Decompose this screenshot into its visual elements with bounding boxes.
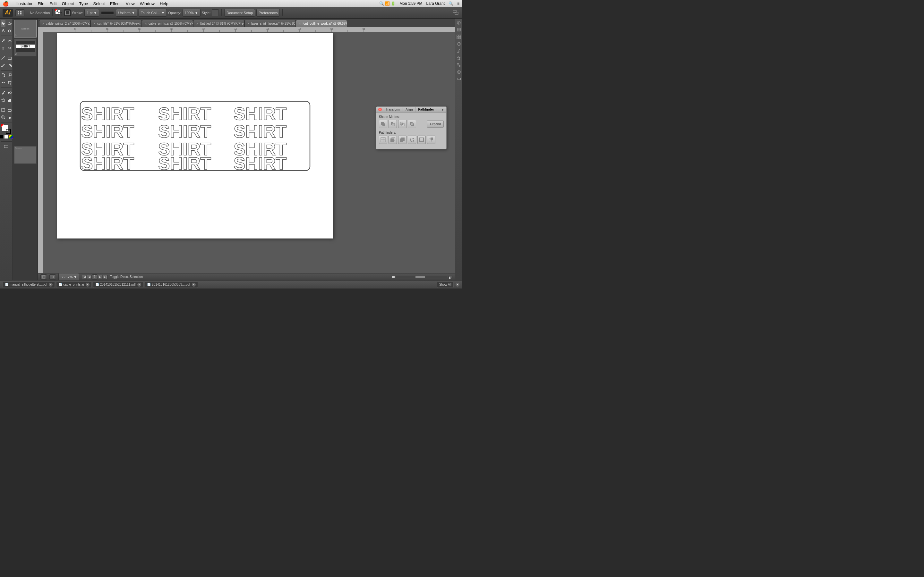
intersect-btn[interactable] <box>398 120 407 128</box>
menu-window[interactable]: Window <box>140 1 155 6</box>
right-btn-3[interactable] <box>456 34 462 40</box>
hand-tool[interactable] <box>7 114 12 121</box>
tab-font-outline[interactable]: ✕ font_outline_work.ai* @ 66.67% (CMYK/P… <box>296 20 347 27</box>
fill-stroke-indicator[interactable] <box>55 9 62 16</box>
menu-illustrator[interactable]: Illustrator <box>15 1 32 6</box>
next-page-btn[interactable]: ▶ <box>98 275 102 279</box>
right-btn-4[interactable] <box>456 41 462 47</box>
minus-back-btn[interactable] <box>427 135 435 144</box>
scale-tool[interactable] <box>7 72 12 79</box>
stroke-color-btn[interactable] <box>64 9 71 16</box>
zoom-tool[interactable] <box>1 114 5 121</box>
fill-stroke-swatches[interactable] <box>2 125 11 134</box>
thumbnail-screen[interactable]: Screen <box>14 146 37 164</box>
unite-btn[interactable] <box>379 120 387 128</box>
stroke-type-select[interactable]: Uniform ▼ <box>116 9 137 17</box>
crop-btn[interactable] <box>408 135 416 144</box>
right-btn-7[interactable] <box>456 62 462 68</box>
tab-close-4[interactable]: ✕ <box>196 22 199 25</box>
panel-menu-btn[interactable]: ▼ <box>441 108 444 111</box>
apple-menu[interactable]: 🍎 <box>3 1 9 7</box>
pathfinder-close-btn[interactable]: ✕ <box>378 108 382 111</box>
transform-tool[interactable] <box>7 79 12 86</box>
menu-file[interactable]: File <box>37 1 44 6</box>
trim-btn[interactable] <box>389 135 397 144</box>
warp-tool[interactable] <box>1 79 5 86</box>
thumbnail-2[interactable]: SHIRT 2 <box>14 39 37 56</box>
menu-effect[interactable]: Effect <box>110 1 121 6</box>
show-all-btn[interactable]: Show All <box>437 282 454 288</box>
tab-close-2[interactable]: ✕ <box>94 22 96 25</box>
reset-colors[interactable] <box>1 124 4 127</box>
touch-type-btn[interactable]: Touch Call... ▼ <box>139 9 167 17</box>
page-input[interactable]: 1 <box>92 274 97 279</box>
graph-tool[interactable] <box>7 97 12 103</box>
stroke-swatch[interactable] <box>6 129 11 134</box>
touch-type-tool[interactable]: AT <box>7 45 12 52</box>
line-tool[interactable] <box>1 55 5 61</box>
taskbar-close-2[interactable]: ▼ <box>86 283 89 287</box>
tab-untitled[interactable]: ✕ Untitled-2* @ 81% (CMYK/Previ... <box>193 20 244 27</box>
rect-tool[interactable] <box>7 55 12 61</box>
taskbar-close-1[interactable]: ▼ <box>49 283 53 287</box>
selection-tool[interactable] <box>1 20 5 27</box>
menu-object[interactable]: Object <box>62 1 74 6</box>
preferences-btn[interactable]: Preferences <box>256 9 280 17</box>
pen-tool[interactable] <box>1 27 5 34</box>
thumbnail-1[interactable]: Screen 1 <box>14 20 37 37</box>
taskbar-item-1[interactable]: 📄 manual_silhouette-st....pdf ▼ <box>3 282 55 288</box>
curvature-tool[interactable] <box>7 37 12 44</box>
tab-align[interactable]: Align <box>403 107 415 112</box>
scroll-thumb-h[interactable] <box>415 276 425 278</box>
prev-page-btn[interactable]: ◀ <box>87 275 91 279</box>
right-btn-6[interactable] <box>456 55 462 61</box>
rotate-tool[interactable] <box>1 72 5 79</box>
paintbrush-tool[interactable] <box>1 62 5 69</box>
taskbar-item-2[interactable]: 📄 cable_prints.ai ▼ <box>56 282 91 288</box>
direct-select-tool[interactable] <box>7 20 12 27</box>
right-btn-5[interactable] <box>456 48 462 54</box>
expand-btn[interactable]: Expand <box>427 121 444 127</box>
search-icon[interactable]: 🔍 <box>449 1 453 6</box>
menu-select[interactable]: Select <box>94 1 105 6</box>
menu-type[interactable]: Type <box>79 1 88 6</box>
none-swatch[interactable] <box>0 135 3 139</box>
eraser-tool[interactable] <box>7 106 12 113</box>
page-info-btn[interactable] <box>40 274 47 279</box>
outline-btn[interactable] <box>417 135 426 144</box>
taskbar-item-3[interactable]: 📄 20141016152612111.pdf ▼ <box>93 282 144 288</box>
tab-close-1[interactable]: ✕ <box>42 22 45 25</box>
lasso-tool[interactable] <box>7 27 12 34</box>
pen2-tool[interactable] <box>1 37 5 44</box>
merge-btn[interactable] <box>398 135 407 144</box>
first-page-btn[interactable]: |◀ <box>82 275 86 279</box>
taskbar-close-3[interactable]: ▼ <box>137 283 141 287</box>
zoom-select[interactable]: 66.67% ▼ <box>58 273 79 281</box>
tab-laser-shirt[interactable]: ✕ laser_shirt_large.ai* @ 25% (CM... <box>244 20 296 27</box>
last-page-btn[interactable]: ▶| <box>103 275 107 279</box>
menu-edit[interactable]: Edit <box>49 1 57 6</box>
tab-close-3[interactable]: ✕ <box>145 22 147 25</box>
exclude-btn[interactable] <box>408 120 416 128</box>
scroll-bar-h[interactable] <box>396 276 447 278</box>
blend-tool[interactable] <box>7 89 12 96</box>
minus-front-btn[interactable] <box>389 120 397 128</box>
tab-cable-prints[interactable]: ✕ cable_prints.ai @ 150% (CMYK/... <box>142 20 193 27</box>
taskbar-close-all[interactable]: ✕ <box>456 283 459 287</box>
tab-cut-file[interactable]: ✕ cut_file* @ 81% (CMYK/Previ... <box>90 20 142 27</box>
doc-setup-btn[interactable]: Document Setup <box>224 9 255 17</box>
right-btn-2[interactable] <box>456 27 462 33</box>
taskbar-item-4[interactable]: 📄 20141016125053563....pdf ▼ <box>145 282 198 288</box>
artboard-tool[interactable] <box>1 143 11 150</box>
tab-transform[interactable]: Transform <box>383 107 403 112</box>
menu-help[interactable]: Help <box>160 1 168 6</box>
tab-cable-prints-2[interactable]: ✕ cable_prints_2.ai* 100% (CMY... <box>39 20 90 27</box>
taskbar-close-4[interactable]: ▼ <box>192 283 196 287</box>
type-tool[interactable]: T <box>1 45 5 52</box>
divide-btn[interactable] <box>379 135 387 144</box>
tab-pathfinder[interactable]: Pathfinder <box>415 107 437 112</box>
arrange-btn[interactable] <box>452 10 459 16</box>
pencil-tool[interactable] <box>7 62 12 69</box>
tools-toggle[interactable] <box>15 9 24 16</box>
style-preview[interactable] <box>212 9 219 16</box>
